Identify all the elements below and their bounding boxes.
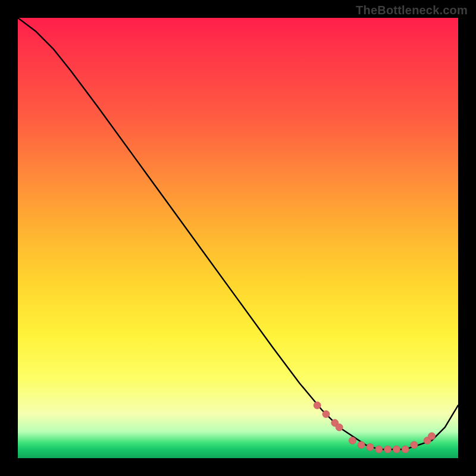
curve-marker bbox=[322, 411, 330, 418]
curve-marker bbox=[384, 446, 392, 453]
curve-marker bbox=[375, 446, 383, 453]
curve-marker bbox=[428, 433, 436, 440]
watermark-text: TheBottleneck.com bbox=[356, 4, 468, 17]
curve-marker bbox=[336, 424, 343, 431]
curve-layer bbox=[18, 18, 458, 458]
plot-area bbox=[18, 18, 458, 458]
bottleneck-curve bbox=[18, 18, 458, 449]
curve-marker bbox=[402, 446, 409, 453]
curve-marker bbox=[358, 441, 365, 449]
curve-marker bbox=[349, 437, 356, 444]
curve-marker bbox=[367, 444, 374, 451]
chart-frame: TheBottleneck.com bbox=[0, 0, 476, 476]
curve-marker bbox=[393, 446, 400, 453]
curve-marker bbox=[411, 441, 418, 449]
curve-marker bbox=[314, 402, 321, 409]
marker-group bbox=[314, 402, 435, 453]
